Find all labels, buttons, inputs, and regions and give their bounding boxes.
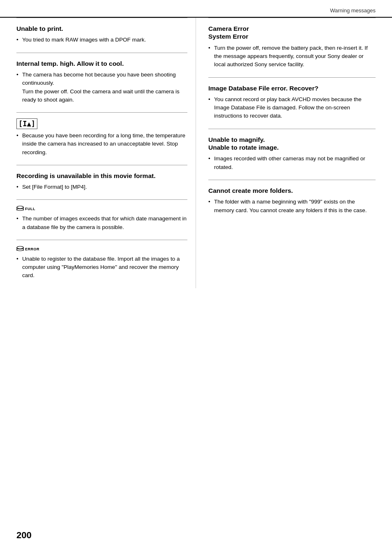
svg-point-3 [17, 246, 23, 249]
bullet-cannot-create-folders-1: The folder with a name beginning with "9… [208, 198, 376, 215]
section-title-image-database-error: Image Database File error. Recover? [208, 84, 376, 92]
bullet-internal-temp-1: The camera has become hot because you ha… [16, 71, 187, 104]
section-title-camera-error: Camera Error System Error [208, 25, 376, 41]
db-error-label: ERROR [25, 247, 39, 251]
section-image-database-error: Image Database File error. Recover? You … [208, 77, 376, 129]
page-header: Warning messages [0, 0, 392, 18]
section-db-full: FULL The number of images exceeds that f… [16, 199, 187, 240]
svg-point-0 [17, 206, 23, 208]
header-title: Warning messages [330, 7, 376, 14]
section-unable-to-magnify: Unable to magnify. Unable to rotate imag… [208, 129, 376, 180]
section-camera-error: Camera Error System Error Turn the power… [208, 18, 376, 77]
section-db-error: ERROR Unable to register to the database… [16, 240, 187, 288]
section-title-unable-to-print: Unable to print. [16, 25, 187, 32]
section-recording-unavailable: Recording is unavailable in this movie f… [16, 165, 187, 200]
section-title-recording-unavailable: Recording is unavailable in this movie f… [16, 172, 187, 180]
section-unable-to-print: Unable to print. You tried to mark RAW i… [16, 18, 187, 53]
bullet-camera-error-1: Turn the power off, remove the battery p… [208, 44, 376, 69]
section-cannot-create-folders: Cannot create more folders. The folder w… [208, 180, 376, 223]
section-internal-temp: Internal temp. high. Allow it to cool. T… [16, 53, 187, 112]
page-number: 200 [16, 530, 32, 541]
bullet-bracket-1: Because you have been recording for a lo… [16, 132, 187, 157]
bullet-db-full-1: The number of images exceeds that for wh… [16, 215, 187, 231]
left-column: Unable to print. You tried to mark RAW i… [12, 18, 196, 288]
section-bracket-icon: [I▲] Because you have been recording for… [16, 112, 187, 165]
bullet-image-database-1: You cannot record or play back AVCHD mov… [208, 95, 376, 120]
bullet-db-error-1: Unable to register to the database file.… [16, 255, 187, 280]
bracket-icon: [I▲] [16, 118, 37, 129]
right-column: Camera Error System Error Turn the power… [196, 18, 380, 288]
section-title-unable-to-magnify: Unable to magnify. Unable to rotate imag… [208, 136, 376, 152]
section-title-cannot-create-folders: Cannot create more folders. [208, 187, 376, 194]
section-title-internal-temp: Internal temp. high. Allow it to cool. [16, 60, 187, 67]
bullet-unable-to-print-1: You tried to mark RAW images with a DPOF… [16, 36, 187, 44]
db-error-icon: ERROR [16, 246, 187, 252]
bullet-recording-1: Set [File Format] to [MP4]. [16, 183, 187, 191]
db-full-icon: FULL [16, 206, 187, 212]
bullet-unable-to-magnify-1: Images recorded with other cameras may n… [208, 155, 376, 171]
db-full-label: FULL [25, 207, 35, 211]
